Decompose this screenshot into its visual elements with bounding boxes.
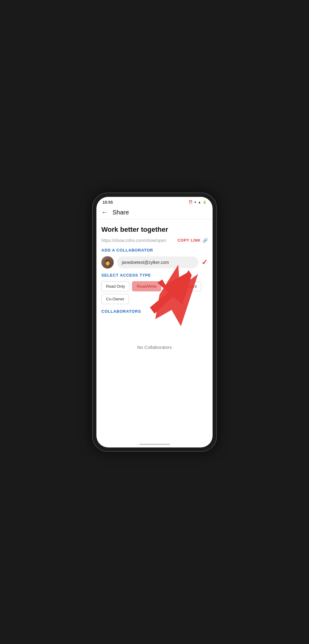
access-buttons-group: Read Only Read/Write Read/Comment Co-Own… bbox=[101, 281, 208, 304]
email-input: janedoetest@zylker.com bbox=[122, 260, 169, 265]
alarm-icon: ⏰ bbox=[188, 200, 193, 204]
read-write-button[interactable]: Read/Write bbox=[132, 281, 161, 291]
status-bar: 15:55 ⏰ ▾ ▲ 🔋 bbox=[96, 197, 213, 206]
access-section: SELECT ACCESS TYPE Read Only Read/Write … bbox=[101, 273, 208, 304]
app-header: ← Share bbox=[96, 206, 213, 219]
read-comment-button[interactable]: Read/Comment bbox=[164, 281, 201, 291]
select-access-label: SELECT ACCESS TYPE bbox=[101, 273, 208, 278]
link-icon: 🔗 bbox=[202, 238, 208, 243]
share-link: https://show.zoho.com/show/open bbox=[101, 238, 174, 243]
collaborators-label: COLLABORATORS bbox=[101, 309, 208, 314]
avatar-image: 👩 bbox=[101, 256, 114, 269]
no-collaborators-text: No Collaborators bbox=[101, 320, 208, 362]
avatar: 👩 bbox=[101, 256, 114, 269]
battery-icon: 🔋 bbox=[203, 201, 206, 204]
back-button[interactable]: ← bbox=[101, 209, 108, 216]
read-only-button[interactable]: Read Only bbox=[101, 281, 129, 291]
wifi-icon: ▾ bbox=[194, 200, 196, 204]
status-time: 15:55 bbox=[103, 200, 113, 205]
email-input-wrapper[interactable]: janedoetest@zylker.com bbox=[117, 256, 198, 268]
email-row: 👩 janedoetest@zylker.com ✓ bbox=[101, 256, 208, 269]
main-heading: Work better together bbox=[101, 226, 208, 234]
copy-link-button[interactable]: COPY LINK 🔗 bbox=[177, 238, 208, 243]
home-indicator bbox=[139, 444, 170, 445]
link-row: https://show.zoho.com/show/open COPY LIN… bbox=[101, 238, 208, 243]
home-bar bbox=[96, 441, 213, 447]
status-icons: ⏰ ▾ ▲ 🔋 bbox=[188, 200, 206, 204]
co-owner-button[interactable]: Co-Owner bbox=[101, 294, 129, 304]
signal-icon: ▲ bbox=[198, 200, 201, 204]
phone-frame: 15:55 ⏰ ▾ ▲ 🔋 ← Share Work better togeth… bbox=[93, 193, 216, 451]
copy-link-label: COPY LINK bbox=[177, 238, 201, 243]
add-collaborator-label: ADD A COLLABORATOR bbox=[101, 248, 208, 252]
confirm-button[interactable]: ✓ bbox=[201, 258, 208, 267]
content-area: Work better together https://show.zoho.c… bbox=[96, 219, 213, 441]
page-title: Share bbox=[112, 209, 129, 216]
phone-screen: 15:55 ⏰ ▾ ▲ 🔋 ← Share Work better togeth… bbox=[96, 197, 213, 447]
